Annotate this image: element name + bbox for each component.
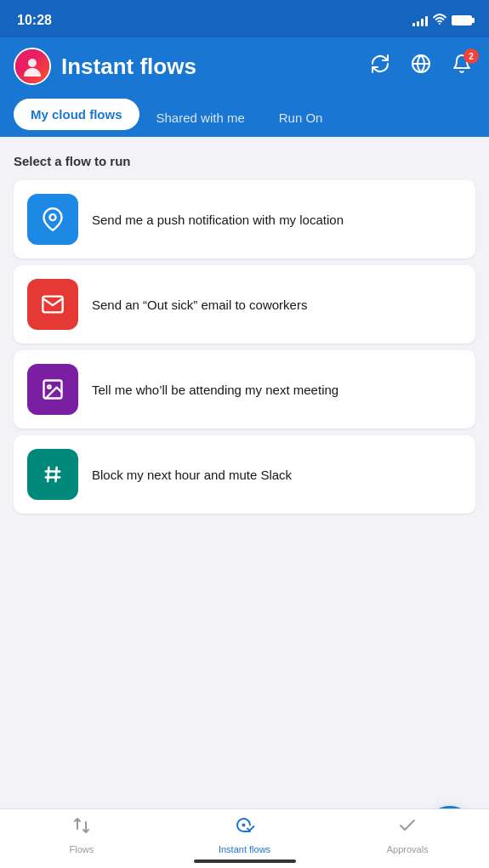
signal-icon	[412, 14, 428, 26]
tab-run-only[interactable]: Run On	[262, 102, 340, 133]
flow-label-3: Tell me who’ll be attending my next meet…	[92, 381, 338, 399]
flow-label-1: Send me a push notification with my loca…	[92, 211, 344, 229]
tabs: My cloud flows Shared with me Run On	[14, 99, 475, 137]
svg-point-11	[242, 823, 245, 826]
flow-item-3[interactable]: Tell me who’ll be attending my next meet…	[14, 350, 475, 428]
flow-label-2: Send an “Out sick” email to coworkers	[92, 296, 307, 314]
section-title: Select a flow to run	[14, 154, 475, 168]
notifications-button[interactable]: 2	[448, 50, 475, 82]
avatar[interactable]	[14, 48, 51, 85]
globe-button[interactable]	[407, 50, 435, 82]
svg-point-6	[48, 385, 51, 389]
approvals-nav-icon	[397, 815, 418, 841]
header: Instant flows	[0, 37, 489, 137]
flow-icon-3	[27, 364, 78, 415]
flow-list: Send me a push notification with my loca…	[14, 180, 475, 513]
flow-item-2[interactable]: Send an “Out sick” email to coworkers	[14, 265, 475, 343]
flow-item-4[interactable]: Block my next hour and mute Slack	[14, 435, 475, 513]
status-time: 10:28	[17, 13, 52, 28]
flow-item-1[interactable]: Send me a push notification with my loca…	[14, 180, 475, 258]
svg-point-0	[439, 23, 441, 25]
content-area: Select a flow to run Send me a push noti…	[0, 137, 489, 789]
flow-icon-2	[27, 279, 78, 330]
flows-nav-icon	[71, 815, 92, 841]
battery-icon	[452, 15, 472, 26]
refresh-button[interactable]	[367, 50, 394, 82]
home-indicator	[194, 859, 296, 863]
nav-instant-flows[interactable]: Instant flows	[163, 815, 327, 854]
nav-flows[interactable]: Flows	[0, 815, 163, 854]
svg-line-8	[56, 468, 57, 481]
flow-label-4: Block my next hour and mute Slack	[92, 466, 292, 484]
status-icons	[412, 14, 472, 27]
approvals-nav-label: Approvals	[387, 844, 429, 854]
tab-shared-with-me[interactable]: Shared with me	[139, 102, 262, 133]
tab-my-cloud-flows[interactable]: My cloud flows	[14, 99, 139, 130]
flow-icon-4	[27, 449, 78, 500]
header-actions: 2	[367, 50, 475, 82]
page-title: Instant flows	[61, 54, 356, 80]
svg-point-1	[28, 59, 37, 67]
instant-flows-nav-icon	[235, 815, 255, 841]
status-bar: 10:28	[0, 0, 489, 37]
wifi-icon	[433, 14, 446, 27]
instant-flows-nav-label: Instant flows	[219, 844, 270, 854]
svg-line-7	[48, 468, 48, 481]
svg-point-4	[50, 214, 56, 220]
flows-nav-label: Flows	[69, 844, 94, 854]
nav-approvals[interactable]: Approvals	[326, 815, 489, 854]
notification-badge: 2	[463, 48, 479, 64]
flow-icon-1	[27, 194, 78, 245]
